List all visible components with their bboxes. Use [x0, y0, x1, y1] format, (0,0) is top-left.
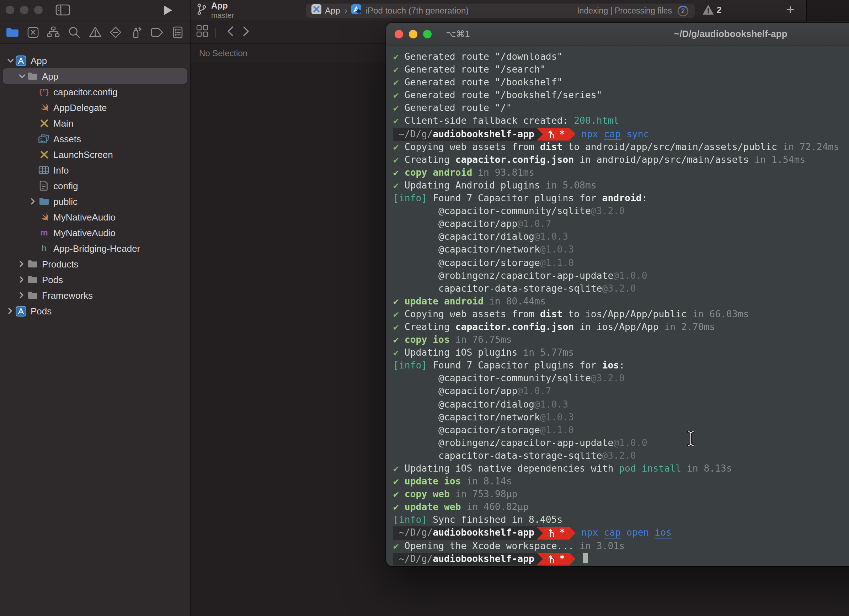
disclosure-right-icon[interactable] [17, 276, 26, 283]
forward-button[interactable] [243, 25, 250, 39]
objc-icon: m [38, 228, 50, 237]
zoom-button[interactable] [34, 6, 43, 14]
terminal-block-cursor [584, 552, 588, 563]
window-controls [6, 6, 48, 14]
terminal-output-line: @capacitor-community/sqlite@3.2.0 [393, 372, 849, 385]
terminal-output-line: ✔ Generated route "/" [393, 102, 849, 115]
minimize-button[interactable] [20, 6, 28, 14]
terminal-output-line: ✔ Generated route "/downloads" [393, 51, 849, 63]
run-button[interactable] [164, 5, 173, 18]
close-button[interactable] [6, 6, 14, 14]
header-icon: h [38, 243, 50, 253]
terminal-output-line: ✔ Generated route "/bookshelf" [393, 76, 849, 89]
terminal-output-line: @capacitor/app@1.0.7 [393, 218, 849, 230]
navigator-tab-find[interactable] [67, 24, 82, 40]
terminal-close-button[interactable] [395, 30, 403, 39]
disclosure-down-icon[interactable] [6, 57, 15, 64]
navigator-tab-tests[interactable] [108, 24, 124, 40]
file-label: capacitor.config [53, 87, 118, 97]
terminal-output-line: [info] Sync finished in 8.405s [393, 514, 849, 527]
navigator-tab-project-active[interactable] [4, 24, 20, 40]
disclosure-right-icon[interactable] [17, 260, 26, 267]
navigator-tab-debug[interactable] [129, 24, 144, 40]
sidebar-item-mynativeaudio[interactable]: MyNativeAudio [0, 209, 190, 225]
sidebar-divider[interactable] [190, 0, 191, 616]
sidebar-item-config[interactable]: config [0, 178, 190, 194]
sidebar-item-pods[interactable]: Pods [0, 272, 190, 287]
folder-gray-icon [26, 260, 39, 268]
plist-icon [38, 165, 50, 175]
sidebar-item-pods[interactable]: Pods [0, 303, 190, 319]
terminal-output-line: ✔ Updating iOS native dependencies with … [393, 462, 849, 475]
sidebar-item-capacitor-config[interactable]: {”}capacitor.config [0, 84, 190, 100]
issues-indicator[interactable]: 2 [703, 4, 721, 16]
xcode-toolbar: App master App › iPod touch (7th generat… [0, 0, 806, 21]
activity-status: Indexing | Processing files 2 [577, 4, 689, 17]
terminal-output-line: ✔ copy web in 753.98μp [393, 488, 849, 501]
file-label: Info [53, 165, 69, 175]
related-items-icon[interactable] [196, 25, 209, 40]
terminal-minimize-button[interactable] [409, 30, 417, 39]
terminal-window-title: ~/D/g/audiobookshelf-app [674, 23, 788, 46]
terminal-window[interactable]: ⌥⌘1 ~/D/g/audiobookshelf-app ✔ Generated… [386, 23, 849, 566]
terminal-output-line: ✔ Opening the Xcode workspace... in 3.01… [393, 540, 849, 552]
back-button[interactable] [227, 25, 234, 39]
sidebar-item-app[interactable]: App [0, 68, 190, 84]
sidebar-toggle-icon[interactable] [55, 4, 70, 18]
sidebar-item-public[interactable]: public [0, 194, 190, 209]
target-icon [311, 4, 322, 17]
navigator-tab-symbols[interactable] [46, 24, 61, 40]
file-label: MyNativeAudio [53, 212, 116, 222]
scheme-selector[interactable]: App master [196, 1, 234, 19]
navigator-tab-reports[interactable] [170, 24, 186, 40]
add-tab-button[interactable]: + [782, 0, 798, 21]
terminal-output-line: @capacitor/network@1.0.3 [393, 411, 849, 424]
disclosure-right-icon[interactable] [28, 198, 38, 205]
terminal-output-line: @capacitor/storage@1.1.0 [393, 424, 849, 436]
warning-count: 2 [717, 5, 721, 15]
disclosure-right-icon[interactable] [17, 292, 26, 299]
sidebar-item-info[interactable]: Info [0, 162, 190, 178]
folder-gray-icon [26, 291, 39, 300]
terminal-output-line: ✔ update web in 460.82μp [393, 501, 849, 514]
disclosure-right-icon[interactable] [6, 307, 15, 315]
app-icon [352, 4, 362, 17]
terminal-output-line: [info] Found 7 Capacitor plugins for ios… [393, 359, 849, 372]
sidebar-item-products[interactable]: Products [0, 256, 190, 272]
sidebar-item-appdelegate[interactable]: AppDelegate [0, 100, 190, 115]
terminal-output-line: ✔ Updating Android plugins in 5.08ms [393, 179, 849, 192]
breadcrumb: No Selection [199, 48, 247, 58]
terminal-output[interactable]: ✔ Generated route "/downloads"✔ Generate… [386, 46, 849, 565]
sidebar-item-app[interactable]: App [0, 53, 190, 68]
prompt-path: ~/D/g/audiobookshelf-app [393, 552, 543, 565]
navigator-tab-source-control[interactable] [25, 24, 40, 40]
terminal-zoom-button[interactable] [423, 30, 432, 39]
git-branch-icon [548, 528, 559, 538]
progress-badge[interactable]: 2 [677, 4, 689, 17]
terminal-output-line: @capacitor/storage@1.1.0 [393, 257, 849, 269]
run-destination-bar[interactable]: App › iPod touch (7th generation) Indexi… [306, 3, 695, 18]
sidebar-item-assets[interactable]: Assets [0, 131, 190, 146]
sidebar-item-main[interactable]: Main [0, 115, 190, 131]
sidebar-item-launchscreen[interactable]: LaunchScreen [0, 146, 190, 162]
terminal-prompt-line: ~/D/g/audiobookshelf-app* npx cap open i… [393, 527, 849, 540]
storyboard-icon [38, 149, 50, 159]
sidebar-item-frameworks[interactable]: Frameworks [0, 287, 190, 303]
navigator-tab-bar [0, 21, 190, 43]
terminal-output-line: @capacitor/network@1.0.3 [393, 244, 849, 257]
sidebar-item-app-bridging-header[interactable]: hApp-Bridging-Header [0, 240, 190, 256]
navigator-tab-breakpoints[interactable] [149, 24, 165, 40]
terminal-titlebar[interactable]: ⌥⌘1 ~/D/g/audiobookshelf-app [386, 23, 849, 46]
terminal-output-line: capacitor-data-storage-sqlite@3.2.0 [393, 450, 849, 462]
navigator-tab-issues[interactable] [87, 24, 103, 40]
swift-icon [38, 212, 50, 222]
json-icon: {”} [38, 87, 50, 97]
terminal-output-line: @capacitor/dialog@1.0.3 [393, 398, 849, 411]
disclosure-down-icon[interactable] [17, 73, 26, 79]
scheme-name: App [211, 1, 234, 10]
file-label: Frameworks [42, 290, 93, 301]
terminal-output-line: ✔ Creating capacitor.config.json in ios/… [393, 321, 849, 334]
sidebar-item-mynativeaudio[interactable]: mMyNativeAudio [0, 225, 190, 240]
terminal-output-line: ✔ Copying web assets from dist to androi… [393, 140, 849, 153]
terminal-output-line: capacitor-data-storage-sqlite@3.2.0 [393, 282, 849, 295]
